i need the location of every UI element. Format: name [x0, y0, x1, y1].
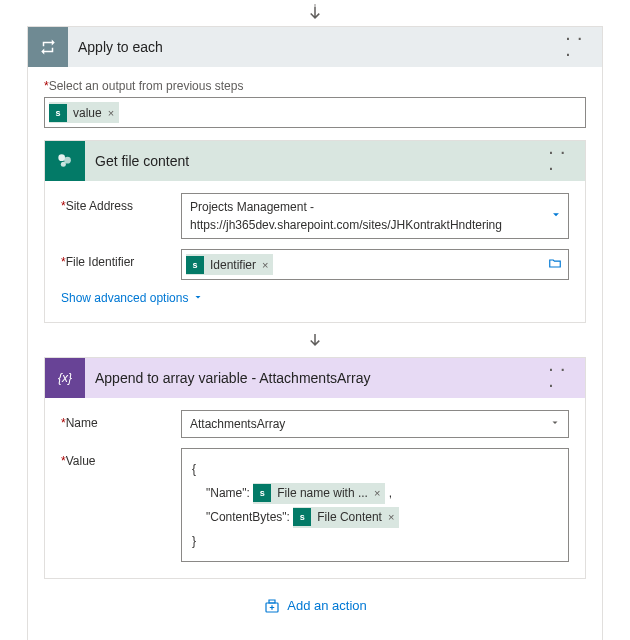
site-address-label: *Site Address	[61, 193, 181, 239]
select-output-input[interactable]: s value ×	[44, 97, 586, 128]
value-token[interactable]: s value ×	[49, 102, 119, 123]
sharepoint-token-icon: s	[293, 508, 311, 526]
apply-to-each-body: *Select an output from previous steps s …	[28, 67, 602, 640]
chevron-down-icon[interactable]	[549, 208, 563, 225]
get-file-content-body: *Site Address Projects Management - http…	[45, 181, 585, 322]
token-remove[interactable]: ×	[388, 506, 399, 528]
chevron-down-icon	[192, 291, 204, 306]
name-dropdown[interactable]: AttachmentsArray	[181, 410, 569, 438]
token-remove[interactable]: ×	[374, 482, 385, 504]
get-file-content-title: Get file content	[85, 153, 549, 169]
apply-to-each-title: Apply to each	[68, 39, 566, 55]
svg-point-0	[58, 154, 65, 161]
identifier-token[interactable]: s Identifier ×	[186, 254, 273, 275]
sharepoint-icon	[45, 141, 85, 181]
get-file-content-header[interactable]: Get file content · · ·	[45, 141, 585, 181]
token-remove[interactable]: ×	[108, 107, 119, 119]
apply-to-each-card: Apply to each · · · *Select an output fr…	[27, 26, 603, 640]
select-output-label: *Select an output from previous steps	[44, 79, 586, 93]
filecontent-token[interactable]: s File Content ×	[293, 507, 399, 528]
arrow-down-icon	[44, 331, 586, 349]
apply-to-each-header[interactable]: Apply to each · · ·	[28, 27, 602, 67]
apply-to-each-menu[interactable]: · · ·	[566, 31, 594, 63]
append-array-card: {x} Append to array variable - Attachmen…	[44, 357, 586, 579]
file-identifier-input[interactable]: s Identifier ×	[181, 249, 569, 280]
value-label: *Value	[61, 448, 181, 562]
svg-point-2	[61, 162, 66, 167]
site-address-input[interactable]: Projects Management - https://jh365dev.s…	[181, 193, 569, 239]
append-array-header[interactable]: {x} Append to array variable - Attachmen…	[45, 358, 585, 398]
value-input[interactable]: { "Name": s File name with ... × ,	[181, 448, 569, 562]
sharepoint-token-icon: s	[49, 104, 67, 122]
variable-icon: {x}	[45, 358, 85, 398]
show-advanced-options-link[interactable]: Show advanced options	[61, 291, 204, 306]
sharepoint-token-icon: s	[253, 484, 271, 502]
append-array-body: *Name AttachmentsArray *Value {	[45, 398, 585, 578]
file-identifier-label: *File Identifier	[61, 249, 181, 280]
sharepoint-token-icon: s	[186, 256, 204, 274]
token-remove[interactable]: ×	[262, 259, 273, 271]
name-label: *Name	[61, 410, 181, 438]
chevron-down-icon[interactable]	[549, 416, 561, 431]
add-action-button[interactable]: Add an action	[263, 597, 367, 615]
svg-point-1	[64, 157, 71, 164]
folder-picker-icon[interactable]	[547, 256, 563, 273]
get-file-content-card: Get file content · · · *Site Address Pro…	[44, 140, 586, 323]
get-file-content-menu[interactable]: · · ·	[549, 145, 577, 177]
append-array-menu[interactable]: · · ·	[549, 362, 577, 394]
loop-icon	[28, 27, 68, 67]
filename-token[interactable]: s File name with ... ×	[253, 483, 385, 504]
append-array-title: Append to array variable - AttachmentsAr…	[85, 370, 549, 386]
add-action-area: Add an action	[44, 579, 586, 627]
